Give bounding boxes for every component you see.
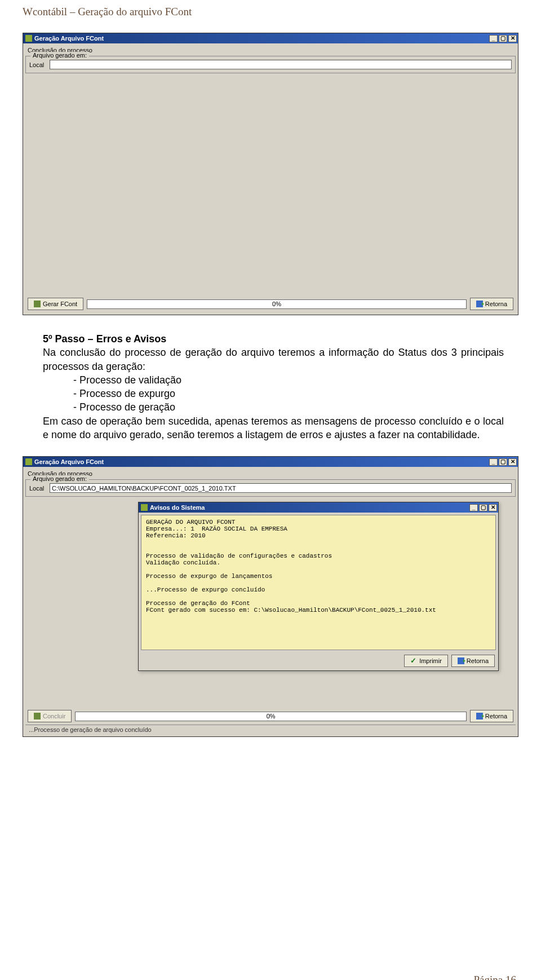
document-header: Wcontábil – Geração do arquivo FCont: [23, 6, 518, 18]
window-title: Avisos do Sistema: [150, 504, 469, 511]
bullet-line: - Processo de geração: [73, 400, 504, 414]
gear-icon: [34, 713, 41, 719]
titlebar[interactable]: Avisos do Sistema _ ▢ ✕: [139, 502, 498, 513]
app-icon: [141, 504, 148, 511]
app-icon: [25, 458, 32, 465]
subtitle-label: Conclusão do processo: [28, 470, 513, 477]
close-button[interactable]: ✕: [489, 504, 497, 511]
paragraph: Na conclusão do processo de geração do a…: [43, 346, 504, 373]
blank-area: [25, 76, 516, 295]
retorna-button[interactable]: Retorna: [470, 710, 513, 722]
window-geracao-1: Geração Arquivo FCont _ ▢ ✕ Conclusão do…: [23, 33, 518, 315]
minimize-button[interactable]: _: [489, 35, 498, 42]
retorna-button[interactable]: Retorna: [470, 298, 513, 310]
local-label: Local: [29, 61, 47, 68]
gear-icon: [34, 301, 41, 307]
titlebar[interactable]: Geração Arquivo FCont _ ▢ ✕: [23, 457, 518, 467]
subtitle-label: Conclusão do processo: [28, 47, 513, 54]
maximize-button[interactable]: ▢: [499, 458, 507, 466]
button-label: Concluir: [43, 713, 65, 719]
titlebar[interactable]: Geração Arquivo FCont _ ▢ ✕: [23, 33, 518, 43]
group-label: Arquivo gerado em:: [30, 52, 89, 59]
imprimir-button[interactable]: Imprimir: [404, 655, 448, 667]
section-title: 5º Passo – Erros e Avisos: [43, 332, 504, 346]
door-icon: [476, 713, 483, 719]
button-label: Retorna: [467, 657, 489, 664]
instruction-text: 5º Passo – Erros e Avisos Na conclusão d…: [43, 332, 504, 442]
progress-text: 0%: [272, 301, 281, 307]
local-label: Local: [29, 485, 47, 492]
maximize-button[interactable]: ▢: [499, 35, 507, 42]
statusbar: ...Processo de geração de arquivo conclu…: [25, 725, 516, 734]
message-log: GERAÇÃO DO ARQUIVO FCONT Empresa...: 1 R…: [141, 515, 496, 650]
minimize-button[interactable]: _: [469, 504, 478, 511]
maximize-button[interactable]: ▢: [479, 504, 487, 511]
progress-text: 0%: [267, 713, 276, 719]
group-arquivo-gerado: Arquivo gerado em: Local: [25, 479, 516, 497]
local-input[interactable]: [50, 60, 512, 69]
popup-toolbar: Imprimir Retorna: [139, 652, 498, 670]
door-icon: [458, 657, 464, 664]
bottom-toolbar: Concluir 0% Retorna: [25, 708, 516, 725]
window-title: Geração Arquivo FCont: [34, 458, 489, 465]
gerar-fcont-button[interactable]: Gerar FCont: [28, 298, 83, 310]
concluir-button[interactable]: Concluir: [28, 710, 72, 722]
progress-bar: 0%: [75, 712, 467, 721]
close-button[interactable]: ✕: [508, 35, 517, 42]
group-label: Arquivo gerado em:: [30, 475, 89, 482]
bottom-toolbar: Gerar FCont 0% Retorna: [25, 295, 516, 312]
button-label: Imprimir: [419, 657, 442, 664]
bullet-line: - Processo de expurgo: [73, 387, 504, 400]
door-icon: [476, 301, 483, 307]
button-label: Gerar FCont: [43, 301, 77, 307]
close-button[interactable]: ✕: [508, 458, 517, 466]
window-geracao-2: Geração Arquivo FCont _ ▢ ✕ Conclusão do…: [23, 456, 518, 737]
blank-area: Avisos do Sistema _ ▢ ✕ GERAÇÃO DO ARQUI…: [25, 499, 516, 708]
window-title: Geração Arquivo FCont: [34, 35, 489, 42]
page-number: Página 16: [23, 974, 516, 980]
app-icon: [25, 35, 32, 42]
button-label: Retorna: [485, 301, 507, 307]
local-input[interactable]: [50, 483, 512, 493]
button-label: Retorna: [485, 713, 507, 719]
check-icon: [410, 657, 417, 664]
retorna-button[interactable]: Retorna: [451, 655, 495, 667]
paragraph: Em caso de operação bem sucedida, apenas…: [43, 414, 504, 442]
bullet-line: - Processo de validação: [73, 373, 504, 387]
window-avisos: Avisos do Sistema _ ▢ ✕ GERAÇÃO DO ARQUI…: [138, 502, 499, 671]
progress-bar: 0%: [87, 299, 467, 309]
minimize-button[interactable]: _: [489, 458, 498, 466]
group-arquivo-gerado: Arquivo gerado em: Local: [25, 56, 516, 73]
